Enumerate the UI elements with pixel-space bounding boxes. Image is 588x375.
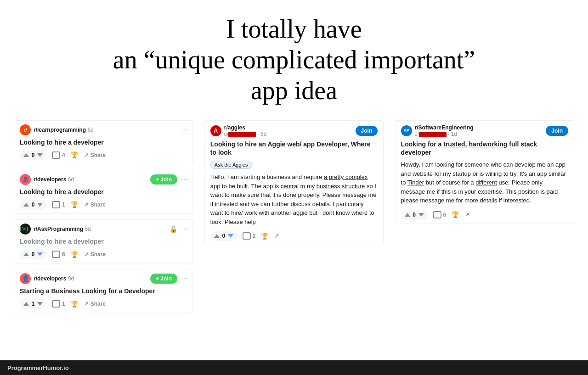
upvote-btn-6[interactable] [405,213,410,217]
title-underline-trusted: trusted [443,140,465,148]
post-card-5: A r/aggies u/ · 6d Join Looking to hire … [204,120,384,245]
downvote-btn-6[interactable] [418,213,424,217]
downvote-btn-4[interactable] [37,302,43,306]
upvote-btn-3[interactable] [23,252,29,256]
share-btn-1[interactable]: ↗ Share [84,152,106,158]
post-header-1: r/ r/learnprogramming 6d ··· [20,124,187,135]
join-btn-4[interactable]: + Join [150,274,177,284]
post-header-6: SE r/SoftwareEngineering u/ · 1d Join [401,124,568,137]
comment-btn-6[interactable]: 6 [433,211,447,218]
subreddit-icon-3: {'>'}_ [20,224,31,235]
vote-group-4: 1 [20,299,46,309]
award-btn-2[interactable]: 🏆 [71,201,79,208]
more-options-btn-2[interactable]: ··· [181,175,187,184]
column-3: SE r/SoftwareEngineering u/ · 1d Join Lo… [395,120,574,317]
post-title-1: Looking to hire a developer [20,138,187,146]
post-actions-4: 1 1 🏆 ↗ Share [20,299,187,309]
post-card-1: r/ r/learnprogramming 6d ··· Looking to … [14,120,193,164]
lock-icon-3: 🔒 [170,225,177,233]
comment-btn-4[interactable]: 1 [52,300,65,308]
redacted-username-6 [419,132,447,137]
post-title-5: Looking to hire an Aggie web/ app Develo… [210,140,378,157]
comment-btn-1[interactable]: 4 [52,151,65,159]
more-options-btn-4[interactable]: ··· [181,274,187,283]
post-actions-2: 0 1 🏆 ↗ Share [20,200,187,210]
post-tag-5: Ask the Aggies [210,161,252,169]
post-card-6: SE r/SoftwareEngineering u/ · 1d Join Lo… [395,120,574,224]
join-btn-5[interactable]: Join [356,126,378,136]
vote-count-1: 0 [31,152,35,158]
vote-count-6: 0 [412,212,417,218]
award-btn-6[interactable]: 🏆 [452,211,459,218]
post-card-3: {'>'}_ r/AskProgramming 6d 🔒 ··· Looking… [14,219,193,263]
vote-group-3: 0 [20,249,46,259]
subreddit-icon-1: r/ [20,124,31,135]
downvote-btn-3[interactable] [37,252,43,256]
more-options-btn-1[interactable]: ··· [181,126,187,134]
award-btn-3[interactable]: 🏆 [71,251,79,258]
underline-2: central [281,183,299,190]
main-title: I totally have an “unique complicated im… [0,0,588,120]
redacted-username-5 [228,132,256,137]
upvote-btn-4[interactable] [23,302,29,306]
comment-btn-5[interactable]: 2 [243,232,256,240]
comment-icon-2 [52,201,60,208]
posts-container: r/ r/learnprogramming 6d ··· Looking to … [0,120,588,317]
post-meta-6: r/SoftwareEngineering u/ · 1d [415,124,474,137]
share-btn-6[interactable]: ↗ [465,212,469,218]
post-header-4: 👤 r/developers 9d + Join ··· [20,273,187,284]
share-btn-5[interactable]: ↗ [274,233,279,239]
award-btn-4[interactable]: 🏆 [71,301,79,308]
share-btn-4[interactable]: ↗ Share [84,301,106,307]
post-title-4: Starting a Business Looking for a Develo… [20,287,187,295]
post-meta-1: r/learnprogramming 6d [34,127,94,133]
brand-label: ProgrammerHumor.io [7,364,69,371]
join-btn-6[interactable]: Join [546,126,568,136]
column-1: r/ r/learnprogramming 6d ··· Looking to … [14,120,193,317]
upvote-btn-5[interactable] [214,234,220,238]
tinder-underline: Tinder [407,179,424,186]
comment-icon-6 [433,211,441,218]
award-btn-1[interactable]: 🏆 [71,151,79,158]
downvote-btn-2[interactable] [37,203,43,207]
post-actions-3: 0 6 🏆 ↗ Share [20,249,187,259]
join-btn-2[interactable]: + Join [150,174,177,185]
post-header-3: {'>'}_ r/AskProgramming 6d 🔒 ··· [20,224,187,235]
comment-icon-1 [52,151,60,159]
post-meta-5: r/aggies u/ · 6d [224,124,267,137]
footer-bar: ProgrammerHumor.io [0,360,588,375]
downvote-btn-5[interactable] [228,234,233,238]
vote-group-5: 0 [210,231,237,241]
comment-btn-3[interactable]: 6 [52,251,65,258]
subreddit-icon-6: SE [401,125,412,136]
upvote-btn-1[interactable] [23,153,29,157]
post-actions-5: 0 2 🏆 ↗ [210,231,378,241]
different-underline: different [475,179,497,186]
more-options-btn-3[interactable]: ··· [181,225,187,233]
vote-count-5: 0 [221,233,226,239]
column-2: A r/aggies u/ · 6d Join Looking to hire … [204,120,384,317]
vote-group-1: 0 [20,150,46,160]
share-btn-3[interactable]: ↗ Share [84,251,106,257]
post-header-5: A r/aggies u/ · 6d Join [210,124,378,137]
subreddit-icon-2: 👤 [20,174,31,185]
post-title-2: Looking to hire a developer [20,188,187,196]
post-actions-1: 0 4 🏆 ↗ Share [20,150,187,160]
upvote-btn-2[interactable] [23,203,29,207]
post-title-3: Looking to hire a developer [20,237,187,246]
comment-icon-4 [52,300,60,308]
title-underline-hardworking: hardworking [469,140,507,148]
comment-icon-3 [52,251,60,258]
post-meta-4: r/developers 9d [34,275,74,282]
vote-count-4: 1 [31,301,35,307]
underline-1: a pretty complex [324,174,368,180]
comment-btn-2[interactable]: 1 [52,201,65,208]
post-body-5: Hello, I am starting a business and requ… [210,173,378,226]
vote-count-2: 0 [31,201,35,208]
share-btn-2[interactable]: ↗ Share [84,201,106,208]
award-btn-5[interactable]: 🏆 [261,233,269,240]
post-card-4: 👤 r/developers 9d + Join ··· Starting a … [14,269,193,313]
post-body-6: Howdy, I am looking for someone who can … [401,160,568,205]
vote-count-3: 0 [31,251,35,257]
downvote-btn-1[interactable] [37,153,43,157]
